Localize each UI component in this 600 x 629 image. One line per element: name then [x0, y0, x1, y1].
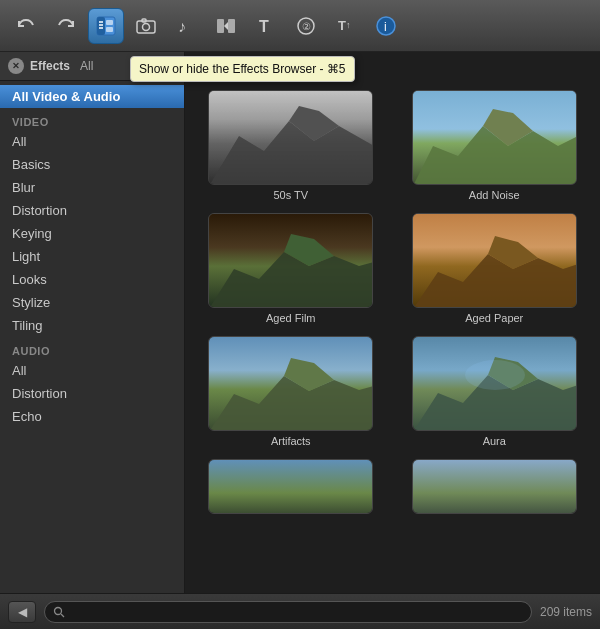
effect-thumb-50s-tv — [208, 90, 373, 185]
undo-button[interactable] — [8, 8, 44, 44]
search-icon — [53, 606, 65, 618]
svg-line-43 — [61, 614, 64, 617]
effect-partial-2[interactable] — [399, 459, 591, 519]
sidebar-item-keying[interactable]: Keying — [0, 222, 184, 245]
effect-label-artifacts: Artifacts — [271, 435, 311, 447]
svg-rect-6 — [106, 27, 113, 32]
effect-artifacts[interactable]: Artifacts — [195, 336, 387, 447]
sidebar-item-blur[interactable]: Blur — [0, 176, 184, 199]
effect-thumb-partial-2 — [412, 459, 577, 514]
content-area: Video Effects — [185, 52, 600, 593]
svg-rect-11 — [217, 19, 224, 33]
effect-aged-paper[interactable]: Aged Paper — [399, 213, 591, 324]
effect-thumb-partial-1 — [208, 459, 373, 514]
bottom-bar: ◀ 209 items — [0, 593, 600, 629]
effect-partial-1[interactable] — [195, 459, 387, 519]
collapse-button[interactable]: ◀ — [8, 601, 36, 623]
sidebar-header-all: All — [80, 59, 93, 73]
inspector-button[interactable]: T ↑ — [328, 8, 364, 44]
toolbar: ♪ T ② T ↑ i — [0, 0, 600, 52]
svg-point-8 — [143, 23, 150, 30]
collapse-icon: ◀ — [18, 605, 27, 619]
effect-label-aura: Aura — [483, 435, 506, 447]
sidebar-item-all[interactable]: All — [0, 130, 184, 153]
sidebar-item-all-video-audio[interactable]: All Video & Audio — [0, 85, 184, 108]
redo-button[interactable] — [48, 8, 84, 44]
search-bar[interactable] — [44, 601, 532, 623]
music-button[interactable]: ♪ — [168, 8, 204, 44]
effects-browser-button[interactable] — [88, 8, 124, 44]
svg-rect-12 — [228, 19, 235, 33]
effect-aged-film[interactable]: Aged Film — [195, 213, 387, 324]
sidebar-section-audio: AUDIO — [0, 337, 184, 359]
sidebar-item-distortion[interactable]: Distortion — [0, 199, 184, 222]
svg-point-39 — [465, 360, 525, 390]
info-button[interactable]: i — [368, 8, 404, 44]
close-badge[interactable]: ✕ — [8, 58, 24, 74]
transition-button[interactable] — [208, 8, 244, 44]
effect-add-noise[interactable]: Add Noise — [399, 90, 591, 201]
items-count: 209 items — [540, 605, 592, 619]
tooltip: Show or hide the Effects Browser - ⌘5 — [130, 56, 355, 82]
effect-aura[interactable]: Aura — [399, 336, 591, 447]
search-input[interactable] — [69, 605, 523, 619]
svg-text:T: T — [259, 18, 269, 35]
sidebar-header-title: Effects — [30, 59, 70, 73]
effect-label-add-noise: Add Noise — [469, 189, 520, 201]
svg-text:i: i — [384, 20, 387, 34]
sidebar-item-looks[interactable]: Looks — [0, 268, 184, 291]
sidebar-item-light[interactable]: Light — [0, 245, 184, 268]
sidebar: ✕ Effects All All Video & Audio VIDEO Al… — [0, 52, 185, 593]
svg-marker-13 — [224, 22, 228, 30]
svg-text:♪: ♪ — [178, 18, 186, 35]
sidebar-item-stylize[interactable]: Stylize — [0, 291, 184, 314]
effect-thumb-aura — [412, 336, 577, 431]
sidebar-item-basics[interactable]: Basics — [0, 153, 184, 176]
effect-50s-tv[interactable]: 50s TV — [195, 90, 387, 201]
main-area: ✕ Effects All All Video & Audio VIDEO Al… — [0, 52, 600, 593]
svg-rect-5 — [106, 20, 113, 25]
svg-text:T: T — [338, 18, 346, 33]
sidebar-section-video: VIDEO — [0, 108, 184, 130]
svg-rect-40 — [209, 460, 373, 514]
tooltip-text: Show or hide the Effects Browser - ⌘5 — [139, 62, 346, 76]
effect-thumb-aged-film — [208, 213, 373, 308]
speed-button[interactable]: ② — [288, 8, 324, 44]
svg-text:↑: ↑ — [346, 20, 351, 30]
sidebar-item-tiling[interactable]: Tiling — [0, 314, 184, 337]
effect-label-aged-film: Aged Film — [266, 312, 316, 324]
sidebar-item-audio-distortion[interactable]: Distortion — [0, 382, 184, 405]
effects-grid: 50s TV — [185, 86, 600, 593]
sidebar-item-audio-all[interactable]: All — [0, 359, 184, 382]
svg-rect-1 — [97, 17, 105, 35]
title-button[interactable]: T — [248, 8, 284, 44]
camera-button[interactable] — [128, 8, 164, 44]
effect-label-50s-tv: 50s TV — [273, 189, 308, 201]
sidebar-item-audio-echo[interactable]: Echo — [0, 405, 184, 428]
effect-thumb-aged-paper — [412, 213, 577, 308]
svg-point-42 — [55, 607, 62, 614]
effect-label-aged-paper: Aged Paper — [465, 312, 523, 324]
effect-thumb-add-noise — [412, 90, 577, 185]
svg-rect-41 — [413, 460, 577, 514]
effect-thumb-artifacts — [208, 336, 373, 431]
sidebar-list: All Video & Audio VIDEO All Basics Blur … — [0, 81, 184, 593]
svg-text:②: ② — [302, 21, 311, 32]
